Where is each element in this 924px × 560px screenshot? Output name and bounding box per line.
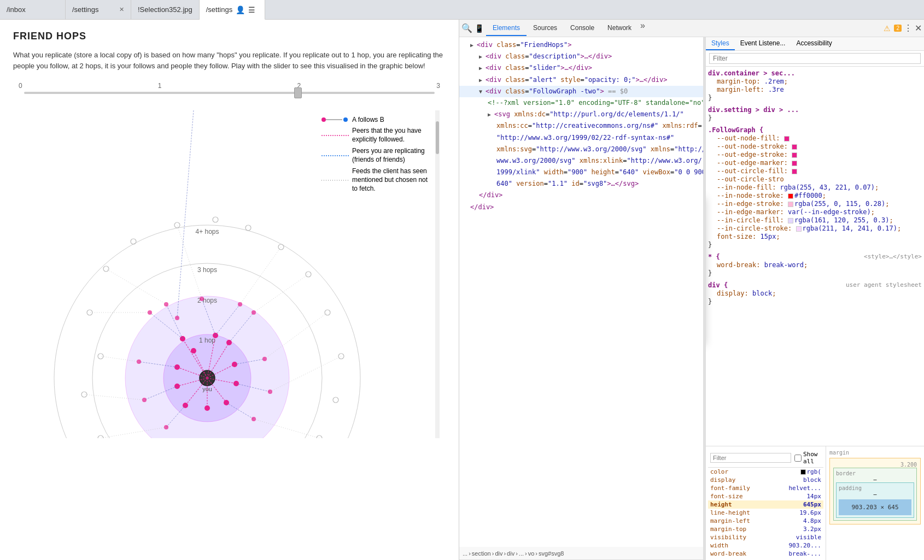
elements-panel: ▶<div class="FriendHops"> ▶<div class="d… [459, 37, 703, 560]
devtools-split: ▶<div class="FriendHops"> ▶<div class="d… [459, 37, 924, 560]
device-icon[interactable]: 📱 [475, 24, 484, 33]
graph-area: A follows B Peers that the you have expl… [13, 110, 440, 438]
slider-track[interactable] [24, 92, 435, 94]
css-prop-line: --out-node-fill: [708, 134, 922, 142]
breadcrumb-item[interactable]: ... [519, 550, 524, 557]
styles-tab-accessibility[interactable]: Accessibility [791, 37, 837, 50]
css-source-agent: user agent stylesheet [846, 281, 922, 288]
svg-point-70 [81, 392, 87, 397]
svg-point-71 [98, 435, 103, 438]
box-model-margin: 3.200 border — padding — 903.203 × 645 [829, 458, 921, 524]
tree-line[interactable]: 640" version="1.1" id="svg8">…</svg> [459, 178, 703, 190]
svg-point-28 [204, 405, 210, 411]
content-pane: FRIEND HOPS What you replicate (store a … [0, 20, 459, 560]
tab-settings1[interactable]: /settings ✕ [66, 0, 131, 19]
devtools-dot-menu[interactable]: ⋮ [904, 23, 913, 33]
svg-point-64 [306, 272, 311, 277]
css-prop-line: font-size: 15px; [708, 233, 922, 240]
tree-line[interactable]: ▶<div class="FriendHops"> [459, 39, 703, 51]
computed-filter-input[interactable] [710, 453, 791, 463]
box-model-margin-label: margin [829, 450, 921, 456]
tab-image[interactable]: !Selection352.jpg [131, 0, 200, 19]
inspect-icon[interactable]: 🔍 [461, 23, 472, 33]
breadcrumbs: ... › section › div › div › ... › vo › s… [459, 547, 703, 560]
menu-icon[interactable]: ☰ [248, 5, 255, 14]
tree-line[interactable]: </div> [459, 190, 703, 201]
box-model-content: 903.203 × 645 [839, 499, 911, 515]
slider-label-1: 1 [158, 82, 162, 90]
computed-and-boxmodel: Show all color rgb( display block fon [706, 446, 924, 560]
tree-line[interactable]: www.w3.org/2000/svg" xmlns:xlink="http:/… [459, 155, 703, 167]
svg-point-66 [338, 353, 344, 359]
close-tab-settings1[interactable]: ✕ [119, 6, 124, 13]
devtools-toolbar: 🔍 📱 Elements Sources Console Network » ⚠… [459, 20, 924, 37]
tree-line[interactable]: ▶<div class="alert" style="opacity: 0;">… [459, 74, 703, 86]
tree-line-selected[interactable]: ▼<div class="FollowGraph -two"> == $0 [459, 86, 703, 97]
css-prop-line: --out-edge-stroke: [708, 151, 922, 158]
computed-row-fontfamily: font-family helvet... [708, 484, 823, 492]
ring-label-3hops: 3 hops [197, 266, 217, 274]
ring-label-1hop: 1 hop [199, 337, 215, 344]
elements-tree[interactable]: ▶<div class="FriendHops"> ▶<div class="d… [459, 37, 703, 547]
scrollbar-thumb[interactable] [436, 121, 439, 154]
svg-line-80 [254, 274, 308, 313]
tree-line[interactable]: ▶<svg xmlns:dc="http://purl.org/dc/eleme… [459, 109, 703, 120]
breadcrumb-item[interactable]: svg#svg8 [539, 550, 564, 557]
tree-line[interactable]: ▶<div class="slider">…</div> [459, 62, 703, 74]
css-selector-line: div { user agent stylesheet [708, 281, 922, 289]
breadcrumb-item[interactable]: div [495, 550, 502, 557]
breadcrumb-sep: › [504, 550, 506, 557]
slider-label-3: 3 [436, 82, 440, 90]
styles-tab-eventlisteners[interactable]: Event Listene... [735, 37, 791, 50]
tree-line[interactable]: "http://www.w3.org/1999/02/22-rdf-syntax… [459, 132, 703, 144]
breadcrumb-sep: › [469, 550, 471, 557]
tab-settings1-label: /settings [72, 5, 98, 14]
border-dash: — [836, 476, 914, 482]
css-rule-followgraph: .FollowGraph { --out-node-fill: --out-no… [708, 126, 922, 249]
person-icon: 👤 [236, 5, 245, 14]
slider-thumb[interactable] [294, 87, 302, 98]
svg-point-60 [174, 222, 180, 228]
svg-line-79 [240, 247, 281, 304]
styles-filter-input[interactable] [709, 53, 921, 64]
tree-line[interactable]: </div> [459, 202, 703, 213]
breadcrumb-item[interactable]: section [472, 550, 491, 557]
css-rule-star: * { <style>…</style> word-break: break-w… [708, 253, 922, 277]
svg-point-63 [278, 244, 284, 250]
tab-inbox[interactable]: /inbox [0, 0, 66, 19]
css-prop-line: --in-circle-fill: rgba(161, 120, 255, 0.… [708, 216, 922, 224]
breadcrumb-sep: › [525, 550, 527, 557]
tab-elements[interactable]: Elements [486, 21, 527, 36]
css-prop-line: margin-left: .3re [708, 86, 922, 93]
tab-network[interactable]: Network [601, 21, 638, 36]
tree-line[interactable]: <!--?xml version="1.0" encoding="UTF-8" … [459, 97, 703, 109]
css-prop-line: --in-node-stroke: #ff0000; [708, 192, 922, 199]
css-prop-line: --in-edge-marker: var(--in-edge-stroke); [708, 208, 922, 216]
main-layout: FRIEND HOPS What you replicate (store a … [0, 20, 924, 560]
show-all-checkbox[interactable] [794, 455, 802, 462]
svg-point-59 [131, 239, 136, 244]
scrollbar[interactable] [435, 110, 440, 438]
more-tabs-button[interactable]: » [638, 21, 647, 36]
tree-line[interactable]: xmlns:svg="http://www.w3.org/2000/svg" x… [459, 144, 703, 155]
styles-tab-styles[interactable]: Styles [706, 37, 735, 50]
css-prop-line: --in-edge-stroke: rgba(255, 0, 115, 0.28… [708, 200, 922, 208]
tree-line[interactable]: ▶<div class="description">…</div> [459, 51, 703, 62]
breadcrumb-sep: › [516, 550, 518, 557]
breadcrumb-item[interactable]: div [507, 550, 514, 557]
breadcrumb-item[interactable]: ... [463, 550, 467, 557]
devtools-close[interactable]: ✕ [915, 23, 922, 33]
tree-line[interactable]: xmlns:cc="http://creativecommons.org/ns#… [459, 120, 703, 132]
show-all-label: Show all [794, 451, 821, 465]
computed-row-marginleft: margin-left 4.8px [708, 517, 823, 525]
breadcrumb-item[interactable]: vo [528, 550, 535, 557]
warn-icon: ⚠ [884, 24, 891, 33]
css-selector-line: div.setting > div > ... [708, 106, 922, 114]
border-label: border [836, 470, 914, 476]
tree-line[interactable]: 1999/xlink" width="900" height="640" vie… [459, 167, 703, 178]
tab-sources[interactable]: Sources [527, 21, 564, 36]
margin-value: 3.200 [833, 462, 917, 468]
computed-row-fontsize: font-size 14px [708, 492, 823, 500]
tab-settings2[interactable]: /settings 👤 ☰ [200, 0, 265, 20]
tab-console[interactable]: Console [564, 21, 601, 36]
